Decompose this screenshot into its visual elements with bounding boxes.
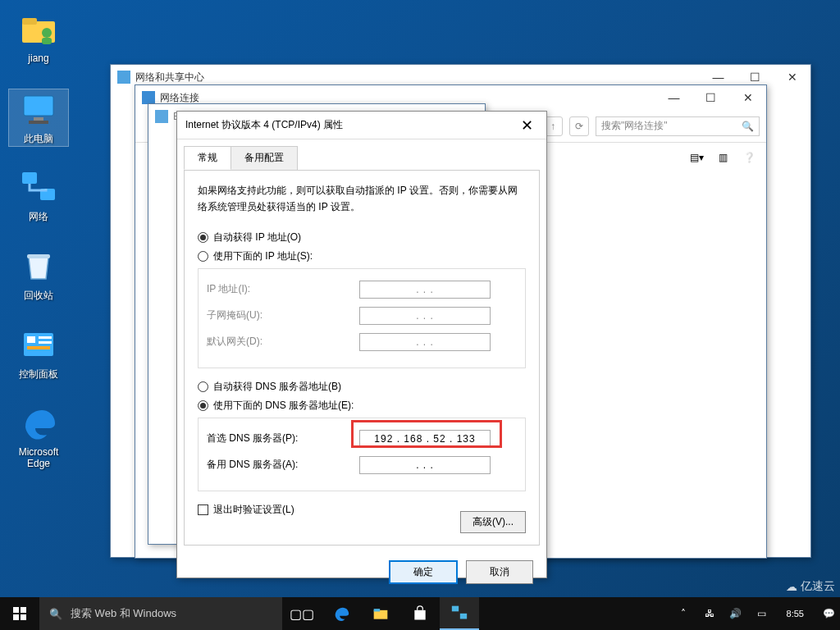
advanced-button[interactable]: 高级(V)... — [460, 511, 526, 533]
tray-ime-icon[interactable]: ▭ — [754, 608, 770, 619]
svg-rect-17 — [155, 110, 168, 123]
desktop-icon-label: 网络 — [29, 211, 48, 222]
input-ip: . . . — [359, 281, 491, 299]
radio-auto-dns[interactable]: 自动获得 DNS 服务器地址(B) — [198, 380, 526, 394]
svg-rect-3 — [42, 38, 52, 44]
network-connections-icon — [142, 91, 155, 104]
minimize-button[interactable]: — — [655, 85, 692, 110]
svg-rect-4 — [24, 96, 53, 116]
radio-manual-ip[interactable]: 使用下面的 IP 地址(S): — [198, 249, 526, 263]
search-input[interactable]: 搜索"网络连接" 🔍 — [596, 116, 760, 136]
desktop-icon-edge[interactable]: Microsoft Edge — [8, 404, 69, 469]
svg-rect-5 — [34, 117, 43, 121]
watermark-text: 亿速云 — [801, 579, 835, 594]
close-button[interactable]: ✕ — [729, 85, 766, 110]
radio-icon — [198, 381, 208, 392]
input-subnet: . . . — [359, 307, 491, 325]
taskbar: 🔍 搜索 Web 和 Windows ▢▢ ˄ 🖧 🔊 ▭ 8:55 💬 — [0, 597, 840, 630]
label-preferred-dns: 首选 DNS 服务器(P): — [207, 431, 351, 445]
svg-rect-12 — [39, 336, 52, 339]
tab-bar: 常规 备用配置 — [177, 139, 546, 170]
svg-rect-1 — [22, 18, 37, 25]
cancel-button[interactable]: 取消 — [466, 560, 533, 584]
taskview-button[interactable]: ▢▢ — [282, 597, 322, 630]
dialog-title: Internet 协议版本 4 (TCP/IPv4) 属性 — [185, 118, 516, 132]
desktop-icon-label: jiang — [28, 52, 48, 64]
ok-button[interactable]: 确定 — [389, 560, 458, 584]
radio-icon — [198, 251, 208, 262]
svg-rect-13 — [39, 341, 52, 344]
computer-icon — [19, 89, 58, 129]
label-subnet: 子网掩码(U): — [207, 308, 351, 322]
radio-icon — [198, 400, 208, 411]
desktop-icon-label: 控制面板 — [19, 368, 58, 380]
radio-label: 自动获得 IP 地址(O) — [213, 231, 301, 244]
desktop-icon-controlpanel[interactable]: 控制面板 — [8, 325, 69, 381]
input-preferred-dns[interactable]: 192 . 168 . 52 . 133 — [359, 430, 491, 448]
tab-general[interactable]: 常规 — [184, 146, 231, 170]
radio-icon — [198, 232, 208, 243]
label-alternate-dns: 备用 DNS 服务器(A): — [207, 458, 351, 472]
refresh-button[interactable]: ⟳ — [569, 116, 589, 136]
svg-rect-7 — [22, 172, 37, 184]
recycle-icon — [19, 246, 58, 285]
taskbar-explorer[interactable] — [361, 597, 400, 630]
window-title: 网络和共享中心 — [135, 71, 700, 84]
hint-text: 如果网络支持此功能，则可以获取自动指派的 IP 设置。否则，你需要从网络系统管理… — [198, 182, 526, 216]
svg-rect-23 — [374, 609, 381, 611]
tray-network-icon[interactable]: 🖧 — [701, 608, 718, 619]
taskbar-store[interactable] — [400, 597, 440, 630]
search-icon[interactable]: 🔍 — [742, 121, 754, 132]
tab-alternate[interactable]: 备用配置 — [231, 146, 298, 170]
search-placeholder: 搜索"网络连接" — [601, 119, 668, 133]
radio-auto-ip[interactable]: 自动获得 IP 地址(O) — [198, 231, 526, 244]
preview-pane-icon[interactable]: ▥ — [715, 150, 730, 165]
svg-rect-20 — [13, 614, 19, 620]
close-button[interactable]: ✕ — [516, 116, 538, 135]
svg-point-2 — [42, 28, 52, 38]
label-gateway: 默认网关(D): — [207, 335, 351, 349]
tray-notifications-icon[interactable]: 💬 — [820, 608, 837, 619]
tab-panel-general: 如果网络支持此功能，则可以获取自动指派的 IP 设置。否则，你需要从网络系统管理… — [184, 170, 540, 546]
start-button[interactable] — [0, 597, 39, 630]
label-ip: IP 地址(I): — [207, 282, 351, 296]
radio-label: 使用下面的 DNS 服务器地址(E): — [213, 399, 354, 413]
desktop-icon-recyclebin[interactable]: 回收站 — [8, 246, 69, 303]
network-icon — [19, 167, 58, 207]
dns-field-group: 首选 DNS 服务器(P): 192 . 168 . 52 . 133 备用 D… — [198, 418, 526, 491]
windows-logo-icon — [13, 607, 26, 620]
radio-manual-dns[interactable]: 使用下面的 DNS 服务器地址(E): — [198, 399, 526, 413]
taskbar-search[interactable]: 🔍 搜索 Web 和 Windows — [39, 597, 282, 630]
titlebar[interactable]: Internet 协议版本 4 (TCP/IPv4) 属性 ✕ — [177, 112, 546, 139]
taskbar-edge[interactable] — [322, 597, 361, 630]
search-placeholder: 搜索 Web 和 Windows — [71, 606, 176, 621]
svg-rect-19 — [21, 607, 26, 613]
svg-rect-15 — [117, 71, 130, 84]
desktop-icon-network[interactable]: 网络 — [8, 167, 69, 224]
tray-clock[interactable]: 8:55 — [780, 609, 810, 619]
taskbar-network-connections[interactable] — [440, 597, 479, 630]
maximize-button[interactable]: ☐ — [692, 85, 729, 110]
tray-expand-icon[interactable]: ˄ — [675, 608, 692, 619]
desktop-icon-label: Microsoft Edge — [19, 446, 59, 469]
svg-rect-11 — [27, 336, 35, 343]
window-title: 网络连接 — [160, 91, 655, 105]
edge-icon — [19, 404, 58, 443]
checkbox-icon — [198, 504, 208, 515]
window-ipv4-properties: Internet 协议版本 4 (TCP/IPv4) 属性 ✕ 常规 备用配置 … — [176, 111, 547, 578]
help-icon[interactable]: ❔ — [742, 150, 756, 165]
desktop-icon-label: 回收站 — [24, 290, 53, 301]
controlpanel-icon — [19, 325, 58, 364]
svg-rect-25 — [452, 606, 459, 612]
view-options-icon[interactable]: ▤▾ — [689, 150, 704, 165]
close-button[interactable]: ✕ — [774, 65, 810, 89]
desktop-icon-userfolder[interactable]: jiang — [8, 10, 69, 64]
ip-field-group: IP 地址(I): . . . 子网掩码(U): . . . 默认网关(D): … — [198, 268, 526, 368]
clock-time: 8:55 — [787, 609, 804, 619]
svg-rect-9 — [27, 254, 50, 258]
network-center-icon — [117, 71, 130, 84]
desktop-icon-thispc[interactable]: 此电脑 — [8, 89, 69, 147]
input-alternate-dns[interactable]: . . . — [359, 456, 491, 474]
taskbar-apps: ▢▢ — [282, 597, 479, 630]
tray-volume-icon[interactable]: 🔊 — [728, 608, 744, 619]
